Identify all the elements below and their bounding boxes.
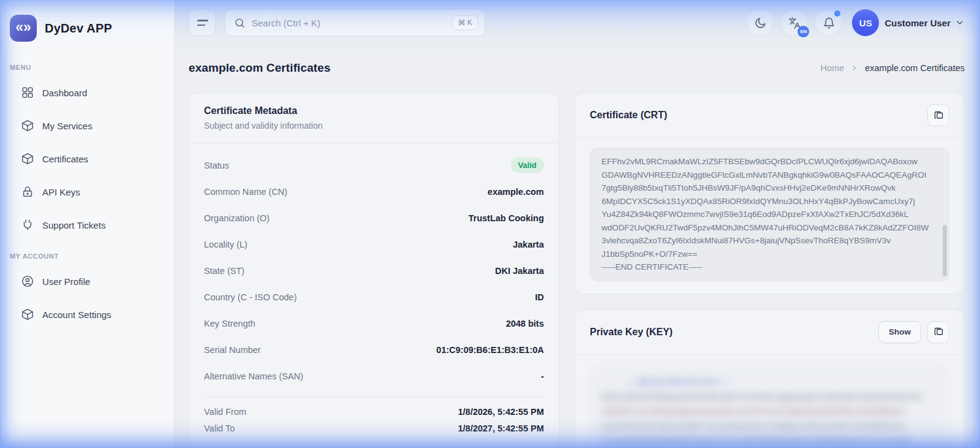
cube-icon: [21, 152, 34, 165]
breadcrumb-current: example.com Certificates: [865, 63, 965, 73]
divider: [204, 397, 544, 397]
certificate-line: 6MpIDCYX5C5ck1S1yXDQAx85RiOR9fxIdQYMnu3O…: [601, 195, 933, 208]
user-circle-icon: [21, 275, 34, 288]
meta-row-key-strength: Key Strength 2048 bits: [204, 310, 544, 336]
notifications-button[interactable]: [815, 9, 842, 36]
sidebar-item-user-profile[interactable]: User Profile: [0, 265, 174, 298]
lock-icon: [21, 185, 34, 199]
sidebar-item-my-services[interactable]: My Services: [0, 109, 174, 142]
logo-row[interactable]: «» DyDev APP: [0, 0, 174, 53]
blurred-line: c2LwqG9hRk3mBt6pSdYvEjA1nFxKuO8iTlHbZ0W4…: [601, 434, 938, 448]
page-content: example.com Certificates Home example.co…: [175, 46, 980, 448]
chevron-right-icon: [850, 64, 859, 72]
meta-row-locality: Locality (L) Jakarta: [204, 231, 544, 257]
avatar[interactable]: US: [852, 9, 879, 36]
certificate-line: 3vlehcvqa8ZxoT6ZyI6IxIdskMNui87HVGs+8jai…: [601, 234, 933, 248]
meta-row-state: State (ST) DKI Jakarta: [204, 257, 544, 284]
grid-icon: [21, 86, 34, 99]
sidebar-item-api-keys[interactable]: API Keys: [0, 175, 174, 208]
moon-icon: [754, 17, 767, 29]
certificate-line: -----END CERTIFICATE-----: [601, 260, 933, 274]
certificate-line: wdODF2UvQKRU2TwdF5pzv4MOhJihC5MW47uHRiOD…: [601, 221, 933, 235]
scrollbar-thumb[interactable]: [943, 225, 947, 276]
copy-private-key-button[interactable]: [927, 321, 949, 343]
key-card-head: Private Key (KEY) Show: [575, 310, 964, 354]
language-button[interactable]: EN: [781, 9, 808, 36]
certificate-line: GDAWBgNVHREEDzANggtleGFtcGxlLmNvbTANBgkq…: [601, 169, 933, 182]
key-card-actions: Show: [878, 321, 949, 343]
meta-row-serial-number: Serial Number 01:C9:09:B6:E1:B3:E1:0A: [204, 336, 544, 363]
blurred-line: MIIEvQIBADANBgkqhkiG9w0BAQEFAASCBKcwggSj…: [601, 390, 938, 404]
sidebar-item-dashboard[interactable]: Dashboard: [0, 76, 174, 109]
page-title: example.com Certificates: [189, 59, 331, 77]
breadcrumb-home[interactable]: Home: [821, 63, 845, 73]
meta-row-valid-from: Valid From 1/8/2026, 5:42:55 PM: [204, 403, 544, 420]
copy-icon: [933, 110, 944, 121]
user-name[interactable]: Customer User: [884, 18, 951, 28]
plug-icon: [21, 218, 34, 232]
sidebar-item-label: Dashboard: [42, 88, 87, 98]
certificate-line: J1bbSp5noPK+O/7Fzw==: [601, 248, 933, 261]
metadata-card-title: Certificate Metadata: [204, 105, 544, 116]
breadcrumb: Home example.com Certificates: [821, 63, 965, 73]
meta-row-common-name: Common Name (CN) example.com: [204, 178, 544, 205]
certificate-crt-card: Certificate (CRT) EFFhv2vML9RCmakMaWLzIZ…: [575, 93, 965, 294]
sidebar-toggle-button[interactable]: [189, 9, 216, 36]
meta-row-organization: Organization (O) TrustLab Cooking: [204, 205, 544, 231]
app-root: «» DyDev APP MENU Dashboard My Services …: [0, 0, 980, 448]
menu-icon: [197, 20, 208, 21]
blurred-line: -----BEGIN PRIVATE KEY-----: [625, 375, 938, 390]
crt-card-head: Certificate (CRT): [575, 93, 964, 137]
sidebar: «» DyDev APP MENU Dashboard My Services …: [0, 0, 175, 448]
divider: [575, 354, 964, 355]
meta-row-san: Alternative Names (SAN) -: [204, 363, 544, 389]
main-area: ⌘ K EN US Customer User: [175, 0, 980, 448]
chevron-down-icon[interactable]: [955, 18, 965, 28]
meta-row-status: Status Valid: [204, 152, 544, 178]
meta-row-valid-to: Valid To 1/8/2027, 5:42:55 PM: [204, 420, 544, 436]
private-key-blurred-content: -----BEGIN PRIVATE KEY----- MIIEvQIBADAN…: [590, 365, 949, 448]
status-badge: Valid: [511, 158, 544, 173]
cube-icon: [21, 308, 34, 321]
cube-icon: [21, 119, 34, 132]
meta-row-country: Country (C - ISO Code) ID: [204, 284, 544, 310]
show-private-key-button[interactable]: Show: [878, 321, 921, 343]
sidebar-item-certificates[interactable]: Certificates: [0, 142, 174, 175]
crt-body: EFFhv2vML9RCmakMaWLzIZ5FTBSEbw9dGQrBDcIP…: [575, 138, 964, 294]
private-key-card: Private Key (KEY) Show -----BEGIN PRIVAT…: [575, 309, 965, 448]
topbar-right: EN US Customer User: [739, 9, 965, 36]
content-columns: Certificate Metadata Subject and validit…: [189, 93, 965, 448]
bell-icon: [823, 17, 835, 29]
topbar: ⌘ K EN US Customer User: [175, 0, 980, 46]
app-logo-icon: «»: [10, 15, 37, 42]
dark-mode-button[interactable]: [747, 9, 774, 36]
search-input[interactable]: [252, 18, 446, 28]
metadata-rows: Status Valid Common Name (CN) example.co…: [189, 143, 559, 448]
certificate-text-box[interactable]: EFFhv2vML9RCmakMaWLzIZ5FTBSEbw9dGQrBDcIP…: [590, 148, 949, 281]
metadata-card-head: Certificate Metadata Subject and validit…: [189, 93, 559, 143]
copy-certificate-button[interactable]: [927, 104, 949, 126]
sidebar-section-menu: MENU: [0, 53, 174, 76]
search-icon: [234, 17, 246, 29]
right-column: Certificate (CRT) EFFhv2vML9RCmakMaWLzIZ…: [575, 93, 965, 448]
sidebar-item-label: Support Tickets: [42, 220, 105, 230]
copy-icon: [933, 327, 944, 337]
sidebar-item-account-settings[interactable]: Account Settings: [0, 298, 174, 331]
sidebar-item-label: Certificates: [42, 154, 88, 164]
blurred-line: Vt9kXB7cJm1fR5yHq8wZsNd2aGpLuEoT6iYxKvC3…: [601, 404, 938, 419]
search-shortcut-badge: ⌘ K: [452, 15, 478, 30]
sidebar-section-my-account: MY ACCOUNT: [0, 241, 174, 265]
sidebar-item-label: API Keys: [42, 187, 80, 197]
crt-card-title: Certificate (CRT): [590, 110, 667, 121]
blurred-line: Gm5cHb2vNp7dQw1sKj6fYr3tLx9mEaZu0oIcVhB8…: [601, 419, 938, 434]
certificate-line: Yu4Z84Zk94kQ8FWOzmmc7wvjIS9e31q6Eod9ADpz…: [601, 208, 933, 221]
language-badge: EN: [797, 26, 809, 37]
page-head: example.com Certificates Home example.co…: [189, 59, 965, 77]
certificate-line: EFFhv2vML9RCmakMaWLzIZ5FTBSEbw9dGQrBDcIP…: [601, 155, 933, 169]
sidebar-item-label: My Services: [42, 121, 92, 131]
sidebar-item-label: Account Settings: [42, 309, 111, 320]
app-name: DyDev APP: [45, 21, 112, 36]
metadata-card-subtitle: Subject and validity information: [204, 121, 544, 131]
notification-dot: [834, 10, 840, 17]
sidebar-item-support-tickets[interactable]: Support Tickets: [0, 208, 174, 241]
